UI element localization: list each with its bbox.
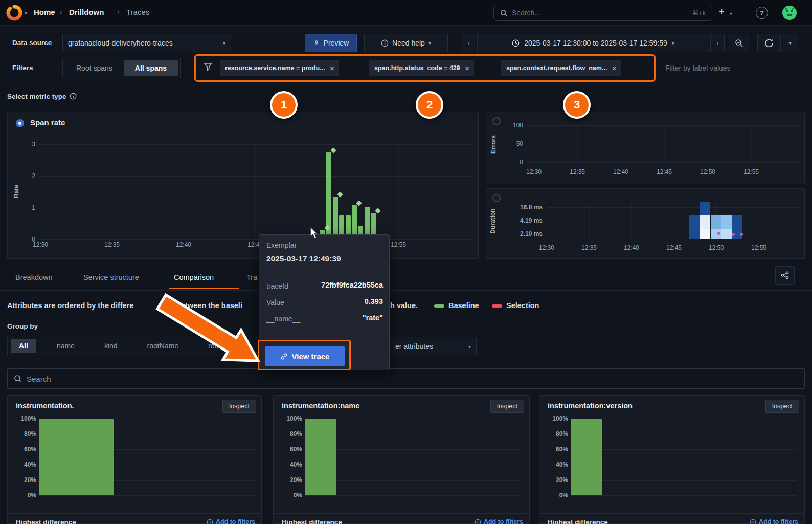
gridline (527, 144, 798, 144)
group-by-kind[interactable]: kind (95, 339, 127, 353)
search-shortcut: ⌘+k (692, 9, 706, 17)
gridline (305, 495, 522, 496)
breadcrumb-drilldown[interactable]: Drilldown (69, 8, 104, 16)
breadcrumb-separator: › (60, 8, 62, 16)
selection-legend-label[interactable]: Selection (506, 301, 539, 310)
attribute-bar-plot[interactable] (39, 419, 254, 495)
ytick: 20% (12, 476, 36, 484)
tabs-bar: Breakdown Service structure Comparison T… (0, 266, 812, 291)
root-spans-toggle[interactable]: Root spans (65, 60, 124, 76)
breadcrumb-home[interactable]: Home (34, 8, 55, 16)
chevron-down-icon: ▾ (468, 344, 471, 350)
new-chevron-icon[interactable]: ▾ (730, 11, 732, 16)
exemplar-diamond-icon[interactable] (331, 147, 336, 153)
errors-plot[interactable] (527, 125, 798, 162)
highest-difference-label: Highest difference (548, 518, 608, 524)
attribute-bar[interactable] (305, 419, 336, 495)
info-icon[interactable] (70, 93, 77, 100)
span-rate-plot[interactable] (39, 144, 472, 239)
add-to-filters-label: Add to filters (216, 518, 255, 524)
filter-values-input[interactable]: Filter by label values (659, 58, 777, 78)
gridline (589, 202, 590, 240)
duration-plot[interactable] (547, 202, 798, 240)
xtick: 12:30 (28, 241, 53, 248)
zoom-out-button[interactable] (729, 34, 749, 52)
org-switcher-chevron-icon[interactable]: ▾ (25, 10, 27, 16)
highest-difference-label: Highest difference (282, 518, 342, 524)
gridline (571, 495, 797, 496)
add-to-filters-link[interactable]: Add to filters (475, 518, 523, 524)
rocket-icon (313, 39, 320, 47)
add-to-filters-link[interactable]: Add to filters (750, 518, 798, 524)
help-icon[interactable]: ? (756, 7, 768, 19)
gridline (571, 419, 797, 419)
tab-comparison[interactable]: Comparison (174, 273, 214, 281)
data-source-select[interactable]: grafanacloud-deliveryhero-traces ▾ (62, 34, 231, 52)
panel-divider (274, 513, 530, 514)
exemplar-diamond-icon[interactable] (337, 192, 343, 198)
breadcrumb-separator: › (117, 8, 120, 16)
filter-values-placeholder: Filter by label values (665, 64, 731, 72)
gridline (716, 202, 717, 240)
inspect-button[interactable]: Inspect (765, 400, 799, 413)
select-metric-type-label: Select metric type (7, 93, 66, 100)
gridline (305, 449, 522, 450)
duration-radio[interactable] (492, 194, 501, 202)
refresh-interval-chevron[interactable]: ▾ (782, 34, 798, 52)
errors-panel: Errors 100 50 0 12:30 12:35 12:40 12:45 … (486, 112, 805, 184)
global-search-input[interactable]: Search... ⌘+k (493, 5, 712, 21)
gridline (184, 144, 184, 239)
new-button[interactable]: + (719, 7, 725, 17)
tab-service-structure[interactable]: Service structure (83, 273, 139, 281)
exemplar-diamond-icon[interactable] (375, 208, 381, 213)
span-rate-ylabel: Rate (13, 185, 20, 198)
attribute-bar-plot[interactable] (571, 419, 797, 495)
other-attributes-select[interactable]: er attributes ▾ (390, 337, 477, 356)
gridline (577, 125, 578, 162)
breadcrumb-traces[interactable]: Traces (126, 8, 149, 16)
spans-toggle: Root spans All spans (62, 58, 181, 78)
callout-number: 3 (574, 98, 580, 112)
errors-radio[interactable] (492, 117, 501, 125)
attribute-bar[interactable] (39, 419, 114, 495)
chevron-down-icon: ▾ (223, 40, 225, 46)
baseline-legend-label[interactable]: Baseline (448, 301, 479, 310)
selection-legend-swatch (492, 304, 502, 308)
attribute-search-input[interactable]: Search (7, 368, 805, 389)
ytick: 80% (12, 430, 36, 438)
tab-traces[interactable]: Tra (246, 273, 257, 281)
tab-breakdown[interactable]: Breakdown (15, 273, 53, 281)
user-avatar[interactable] (782, 6, 797, 20)
add-to-filters-link[interactable]: Add to filters (207, 518, 255, 524)
need-help-button[interactable]: Need help ▾ (364, 34, 448, 52)
gridline (527, 125, 798, 126)
all-spans-toggle[interactable]: All spans (124, 60, 178, 76)
attribute-bar[interactable] (571, 419, 602, 495)
data-source-label: Data source (12, 39, 52, 47)
inspect-button[interactable]: Inspect (222, 400, 256, 413)
ytick: 40% (278, 461, 302, 468)
span-rate-bar[interactable] (333, 196, 338, 239)
attribute-bar-plot[interactable] (305, 419, 522, 495)
group-by-all[interactable]: All (11, 339, 36, 353)
preview-button[interactable]: Preview (305, 34, 357, 52)
time-forward-button[interactable]: › (710, 34, 725, 52)
group-by-name[interactable]: name (48, 339, 84, 353)
time-range-picker[interactable]: 2025-03-17 12:30:00 to 2025-03-17 12:59:… (477, 34, 709, 52)
xtick: 12:35 (100, 241, 124, 248)
time-back-button[interactable]: ‹ (462, 34, 476, 52)
share-button[interactable] (775, 266, 795, 285)
gridline (547, 221, 798, 221)
span-rate-radio[interactable] (16, 119, 24, 127)
gridline (305, 434, 522, 434)
grafana-logo[interactable] (6, 5, 22, 21)
ytick: 2.10 ms (511, 230, 543, 237)
ytick: 60% (278, 446, 302, 453)
inspect-button[interactable]: Inspect (490, 400, 524, 413)
attribute-panel: instrumentation. Inspect 100% 80% 60% 40… (7, 395, 262, 524)
exemplar-diamond-icon[interactable] (356, 200, 362, 206)
annotation-callout-2: 2 (416, 91, 443, 119)
refresh-button[interactable] (757, 34, 781, 52)
gridline (255, 144, 256, 239)
gridline (112, 144, 112, 239)
